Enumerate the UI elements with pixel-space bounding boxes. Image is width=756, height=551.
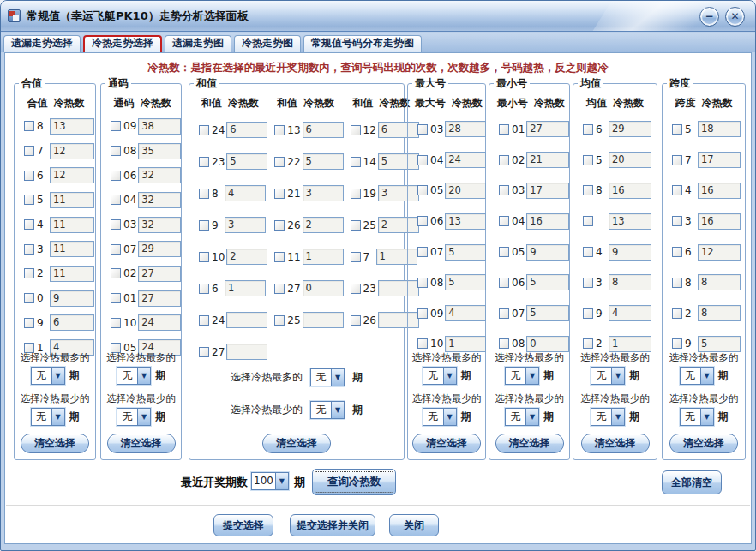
number-checkbox[interactable]: [672, 278, 682, 288]
hot-count-field[interactable]: 2: [303, 217, 344, 233]
hot-count-field[interactable]: 1: [303, 249, 344, 265]
hot-count-field[interactable]: 11: [50, 241, 94, 257]
hot-count-field[interactable]: 5: [445, 274, 486, 290]
number-checkbox[interactable]: [583, 278, 593, 288]
hot-count-field[interactable]: 32: [138, 217, 181, 233]
number-checkbox[interactable]: [417, 278, 428, 288]
number-checkbox[interactable]: [672, 308, 682, 319]
hot-count-field[interactable]: 27: [138, 290, 181, 307]
least-periods-select[interactable]: 无▼: [505, 408, 539, 426]
least-periods-select[interactable]: 无▼: [680, 408, 714, 426]
hot-count-field[interactable]: 5: [226, 153, 267, 170]
hot-count-field[interactable]: 1: [445, 336, 486, 352]
hot-count-field[interactable]: 4: [445, 305, 486, 321]
hot-count-field[interactable]: 5: [698, 336, 741, 352]
number-checkbox[interactable]: [499, 124, 509, 135]
hot-count-field[interactable]: 27: [138, 266, 181, 282]
number-checkbox[interactable]: [111, 293, 121, 303]
hot-count-field[interactable]: 17: [526, 183, 569, 199]
number-checkbox[interactable]: [24, 293, 34, 303]
tab-1[interactable]: 遗漏走势选择: [3, 35, 81, 52]
number-checkbox[interactable]: [111, 121, 121, 131]
most-periods-select[interactable]: 无▼: [310, 368, 345, 386]
number-checkbox[interactable]: [199, 347, 209, 357]
number-checkbox[interactable]: [417, 155, 428, 165]
hot-count-field[interactable]: 1: [225, 280, 266, 296]
number-checkbox[interactable]: [274, 220, 285, 231]
hot-count-field[interactable]: 11: [50, 192, 94, 208]
hot-count-field[interactable]: 32: [138, 192, 181, 208]
number-checkbox[interactable]: [583, 216, 593, 226]
hot-count-field[interactable]: 9: [526, 244, 569, 261]
number-checkbox[interactable]: [199, 157, 209, 167]
number-checkbox[interactable]: [672, 338, 682, 349]
number-checkbox[interactable]: [417, 216, 428, 226]
recent-periods-select[interactable]: 100 ▼: [251, 472, 289, 490]
number-checkbox[interactable]: [111, 268, 121, 278]
most-periods-select[interactable]: 无▼: [505, 367, 539, 385]
hot-count-field[interactable]: 3: [303, 185, 344, 201]
number-checkbox[interactable]: [24, 146, 34, 156]
hot-count-field[interactable]: 9: [50, 290, 94, 307]
least-periods-select[interactable]: 无▼: [423, 408, 457, 426]
number-checkbox[interactable]: [351, 252, 361, 262]
number-checkbox[interactable]: [499, 308, 509, 319]
hot-count-field[interactable]: 17: [698, 152, 741, 168]
most-periods-select[interactable]: 无▼: [423, 367, 457, 385]
number-checkbox[interactable]: [672, 124, 682, 135]
number-checkbox[interactable]: [274, 284, 285, 294]
clear-selection-button[interactable]: 清空选择: [495, 434, 564, 453]
number-checkbox[interactable]: [672, 216, 682, 226]
number-checkbox[interactable]: [672, 185, 682, 195]
hot-count-field[interactable]: [226, 344, 267, 360]
number-checkbox[interactable]: [111, 219, 121, 230]
hot-count-field[interactable]: 2: [226, 249, 267, 265]
number-checkbox[interactable]: [24, 219, 34, 230]
submit-and-close-button[interactable]: 提交选择并关闭: [290, 514, 375, 536]
number-checkbox[interactable]: [583, 124, 593, 135]
hot-count-field[interactable]: 8: [698, 305, 741, 321]
number-checkbox[interactable]: [417, 338, 428, 349]
clear-selection-button[interactable]: 清空选择: [21, 434, 89, 453]
hot-count-field[interactable]: 4: [609, 305, 651, 321]
hot-count-field[interactable]: 12: [50, 143, 94, 159]
number-checkbox[interactable]: [351, 157, 361, 167]
hot-count-field[interactable]: 1: [609, 336, 651, 352]
hot-count-field[interactable]: 20: [609, 152, 651, 168]
number-checkbox[interactable]: [417, 247, 428, 257]
hot-count-field[interactable]: 32: [138, 167, 181, 183]
number-checkbox[interactable]: [274, 125, 285, 135]
number-checkbox[interactable]: [351, 284, 361, 294]
number-checkbox[interactable]: [24, 318, 34, 328]
hot-count-field[interactable]: 0: [526, 336, 569, 352]
number-checkbox[interactable]: [499, 278, 509, 288]
number-checkbox[interactable]: [672, 247, 682, 257]
number-checkbox[interactable]: [24, 121, 34, 131]
clear-all-button[interactable]: 全部清空: [662, 470, 722, 494]
hot-count-field[interactable]: 29: [138, 241, 181, 257]
number-checkbox[interactable]: [583, 338, 593, 349]
number-checkbox[interactable]: [351, 315, 361, 326]
hot-count-field[interactable]: 5: [445, 244, 486, 261]
hot-count-field[interactable]: 13: [445, 213, 486, 230]
number-checkbox[interactable]: [199, 315, 209, 326]
least-periods-select[interactable]: 无▼: [117, 408, 151, 426]
hot-count-field[interactable]: 29: [609, 121, 651, 137]
number-checkbox[interactable]: [417, 185, 428, 195]
number-checkbox[interactable]: [417, 308, 428, 319]
tab-2[interactable]: 冷热走势选择: [83, 35, 162, 52]
number-checkbox[interactable]: [274, 189, 285, 199]
hot-count-field[interactable]: 16: [609, 183, 651, 199]
hot-count-field[interactable]: 38: [138, 118, 181, 135]
number-checkbox[interactable]: [672, 155, 682, 165]
number-checkbox[interactable]: [111, 244, 121, 255]
hot-count-field[interactable]: 24: [138, 314, 181, 331]
hot-count-field[interactable]: 5: [303, 153, 344, 170]
minimize-button[interactable]: −: [699, 7, 719, 27]
hot-count-field[interactable]: 27: [526, 121, 569, 137]
number-checkbox[interactable]: [351, 220, 361, 231]
least-periods-select[interactable]: 无▼: [591, 408, 625, 426]
hot-count-field[interactable]: 28: [445, 121, 486, 137]
hot-count-field[interactable]: 5: [526, 274, 569, 290]
most-periods-select[interactable]: 无▼: [680, 367, 714, 385]
